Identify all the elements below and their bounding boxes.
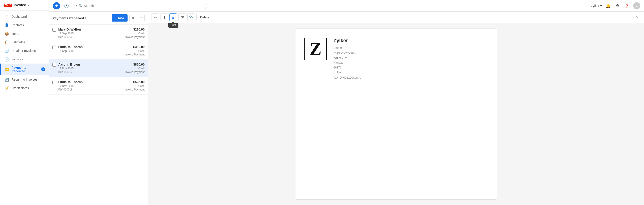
nav-label-retainer-invoices: Retainer Invoices (12, 49, 36, 53)
payment-checkbox-2[interactable] (52, 63, 56, 67)
nav-label-payments-received: Payments Received (12, 66, 38, 73)
detail-panel: ✏ ⬇ 🖨 Print ✉ 📎 Delete ✕ (148, 12, 644, 205)
filter-button[interactable]: ☰ (138, 15, 144, 21)
company-info: Zylker Phone 7455 Drew Court White City … (334, 38, 488, 80)
payment-amount-1: $300.00 (125, 45, 144, 49)
company-zip: 66872 (334, 65, 488, 70)
nav-label-contacts: Contacts (12, 23, 24, 27)
sidebar-item-items[interactable]: 📦 Items (0, 30, 49, 38)
add-button[interactable]: + (53, 2, 60, 10)
payment-name-3: Linda M. Thornhill (58, 80, 122, 84)
sidebar-item-recurring-invoices[interactable]: 🔄 Recurring Invoices (0, 75, 49, 84)
nav-label-credit-notes: Credit Notes (12, 86, 29, 90)
delete-button[interactable]: Delete (196, 14, 213, 21)
payment-info-0: Mary D. Walton 11 Sep 2015 INV-000002 (58, 28, 122, 39)
sidebar-item-retainer-invoices[interactable]: 🧾 Retainer Invoices (0, 47, 49, 55)
payment-right-1: $300.00 Cash Invoice Payment (125, 45, 144, 56)
attach-icon: 📎 (189, 15, 194, 20)
print-icon: 🖨 (172, 15, 175, 19)
sidebar-item-credit-notes[interactable]: 📝 Credit Notes (0, 84, 49, 92)
email-icon: ✉ (181, 15, 184, 20)
new-button-plus-icon: + (115, 16, 117, 20)
payments-list: Mary D. Walton 11 Sep 2015 INV-000002 $2… (49, 25, 148, 205)
payment-type-0: Invoice Payment (125, 36, 144, 39)
payment-item[interactable]: Mary D. Walton 11 Sep 2015 INV-000002 $2… (49, 25, 148, 42)
nav-label-estimates: Estimates (12, 40, 25, 44)
payment-right-0: $230.00 Cash Invoice Payment (125, 28, 144, 39)
sidebar: ZOHO Invoice ▾ ⊞ Dashboard 👤 Contacts 📦 … (0, 0, 49, 205)
company-state: Kansas (334, 60, 488, 65)
sidebar-item-invoices[interactable]: 📄 Invoices (0, 55, 49, 64)
search-chevron-icon: ▾ (76, 4, 77, 7)
payment-date-0: 11 Sep 2015 (58, 32, 122, 35)
payment-invoice-2: INV-000017 (58, 71, 122, 74)
sidebar-item-dashboard[interactable]: ⊞ Dashboard (0, 12, 49, 21)
payment-item[interactable]: Linda M. Thornhill 17 Nov 2015 INV-00001… (49, 77, 148, 95)
payment-amount-3: $525.00 (125, 80, 144, 84)
payment-right-3: $525.00 Cash Invoice Payment (125, 80, 144, 91)
payment-method-1: Cash (125, 49, 144, 53)
payment-checkbox-3[interactable] (52, 81, 56, 84)
attach-button[interactable]: 📎 (188, 14, 195, 21)
history-button[interactable]: 🕐 (63, 2, 70, 10)
payment-item[interactable]: Linda M. Thornhill 15 Sep 2015 $300.00 C… (49, 42, 148, 60)
payment-name-1: Linda M. Thornhill (58, 45, 122, 49)
user-section: Zylker ▾ 🔔 ⚙ ❓ Z (591, 2, 640, 10)
nav-icon-items: 📦 (5, 32, 9, 36)
payment-date-3: 17 Nov 2015 (58, 84, 122, 88)
email-button[interactable]: ✉ (178, 14, 186, 21)
nav-add-payments-received[interactable]: + (41, 67, 45, 71)
payment-amount-0: $230.00 (125, 28, 144, 31)
content-area: Payments Received ▾ + New ↻ ☰ Mary D. Wa… (49, 12, 644, 205)
list-title: Payments Received ▾ (52, 16, 86, 20)
refresh-button[interactable]: ↻ (129, 15, 136, 21)
edit-icon: ✏ (154, 15, 157, 20)
nav-icon-retainer-invoices: 🧾 (5, 49, 9, 53)
payment-date-2: 17 Nov 2015 (58, 67, 122, 70)
sidebar-item-contacts[interactable]: 👤 Contacts (0, 21, 49, 30)
avatar[interactable]: Z (633, 2, 640, 10)
company-address2: White City (334, 55, 488, 60)
payment-invoice-3: INV-000018 (58, 88, 122, 91)
company-logo: Z (304, 38, 327, 60)
payment-name-2: Aaronn Brown (58, 63, 122, 66)
payment-type-1: Invoice Payment (125, 53, 144, 56)
user-name[interactable]: Zylker ▾ (591, 4, 602, 8)
nav-label-invoices: Invoices (12, 58, 23, 61)
detail-card: Z Zylker Phone 7455 Drew Court White Cit… (295, 29, 497, 199)
company-address1: 7455 Drew Court (334, 50, 488, 55)
sidebar-item-payments-received[interactable]: 💳 Payments Received + (0, 64, 49, 75)
list-header: Payments Received ▾ + New ↻ ☰ (49, 12, 148, 25)
payment-name-0: Mary D. Walton (58, 28, 122, 31)
company-tax: Tax ID :001100U.S.A (334, 75, 488, 80)
topbar: + 🕐 ▾ 🔍 Zylker ▾ 🔔 ⚙ ❓ Z (49, 0, 644, 12)
main-area: + 🕐 ▾ 🔍 Zylker ▾ 🔔 ⚙ ❓ Z Payments Receiv… (49, 0, 644, 205)
company-header: Z Zylker Phone 7455 Drew Court White Cit… (304, 38, 488, 80)
nav-label-items: Items (12, 32, 19, 36)
company-phone-label: Phone (334, 45, 488, 50)
pdf-button[interactable]: ⬇ (160, 14, 168, 21)
zoho-badge: ZOHO (4, 4, 12, 7)
search-input[interactable] (84, 4, 204, 8)
print-button[interactable]: 🖨 Print (170, 14, 177, 21)
payment-checkbox-1[interactable] (52, 46, 56, 49)
help-button[interactable]: ❓ (624, 3, 630, 9)
new-button[interactable]: + New (112, 14, 128, 22)
notifications-button[interactable]: 🔔 (605, 3, 611, 9)
payment-amount-2: $860.00 (125, 63, 144, 66)
company-details: Phone 7455 Drew Court White City Kansas … (334, 45, 488, 80)
app-title: Invoice (14, 3, 26, 7)
payment-info-1: Linda M. Thornhill 15 Sep 2015 (58, 45, 122, 53)
close-button[interactable]: ✕ (634, 14, 640, 21)
company-name: Zylker (334, 38, 488, 44)
app-logo[interactable]: ZOHO Invoice ▾ (0, 0, 49, 11)
settings-button[interactable]: ⚙ (614, 3, 621, 9)
payment-method-0: Cash (125, 32, 144, 35)
payment-info-3: Linda M. Thornhill 17 Nov 2015 INV-00001… (58, 80, 122, 91)
sidebar-item-estimates[interactable]: 📋 Estimates (0, 38, 49, 47)
payment-item[interactable]: Aaronn Brown 17 Nov 2015 INV-000017 $860… (49, 60, 148, 77)
nav-icon-payments-received: 💳 (5, 67, 9, 71)
payment-checkbox-0[interactable] (52, 28, 56, 32)
search-icon: 🔍 (79, 4, 82, 8)
edit-button[interactable]: ✏ (152, 14, 159, 21)
